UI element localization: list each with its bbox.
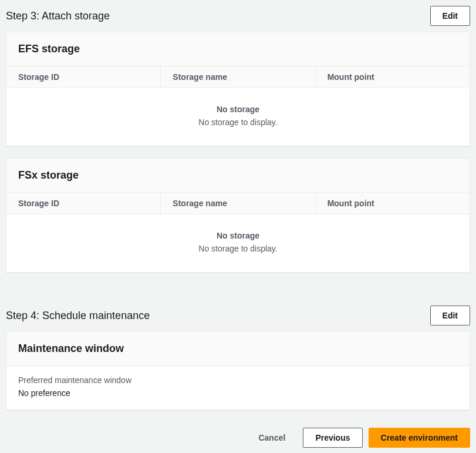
fsx-empty-subtitle: No storage to display. [18, 244, 458, 253]
efs-col-mount-point: Mount point [315, 66, 470, 88]
step3-header: Step 3: Attach storage Edit [0, 0, 476, 32]
maintenance-panel-title: Maintenance window [18, 343, 458, 355]
fsx-table-header: Storage ID Storage name Mount point [6, 193, 470, 214]
efs-col-storage-id: Storage ID [6, 66, 160, 88]
fsx-col-storage-name: Storage name [160, 193, 315, 214]
fsx-panel: FSx storage Storage ID Storage name Moun… [6, 158, 470, 273]
step4-header: Step 4: Schedule maintenance Edit [0, 300, 476, 331]
efs-panel: EFS storage Storage ID Storage name Moun… [6, 32, 470, 146]
fsx-empty-state: No storage No storage to display. [6, 214, 470, 272]
cancel-button[interactable]: Cancel [247, 428, 297, 447]
maintenance-label: Preferred maintenance window [18, 375, 458, 385]
maintenance-panel: Maintenance window Preferred maintenance… [6, 331, 470, 410]
fsx-col-storage-id: Storage ID [6, 193, 160, 214]
step3-title: Step 3: Attach storage [6, 10, 110, 22]
step3-edit-button[interactable]: Edit [430, 6, 470, 26]
maintenance-value: No preference [18, 388, 458, 398]
efs-table-header: Storage ID Storage name Mount point [6, 66, 470, 88]
maintenance-panel-header: Maintenance window [6, 332, 470, 366]
step4-title: Step 4: Schedule maintenance [6, 310, 150, 322]
wizard-footer: Cancel Previous Create environment [0, 422, 476, 453]
efs-empty-subtitle: No storage to display. [18, 118, 458, 127]
efs-empty-state: No storage No storage to display. [6, 88, 470, 146]
efs-panel-title: EFS storage [18, 43, 458, 55]
maintenance-panel-body: Preferred maintenance window No preferen… [6, 366, 470, 410]
efs-empty-title: No storage [18, 105, 458, 114]
fsx-empty-title: No storage [18, 231, 458, 240]
fsx-col-mount-point: Mount point [315, 193, 470, 214]
create-environment-button[interactable]: Create environment [369, 428, 470, 448]
step4-edit-button[interactable]: Edit [430, 306, 470, 326]
fsx-panel-title: FSx storage [18, 169, 458, 182]
efs-panel-header: EFS storage [6, 32, 470, 66]
previous-button[interactable]: Previous [303, 428, 362, 448]
efs-col-storage-name: Storage name [160, 66, 315, 88]
fsx-panel-header: FSx storage [6, 159, 470, 193]
